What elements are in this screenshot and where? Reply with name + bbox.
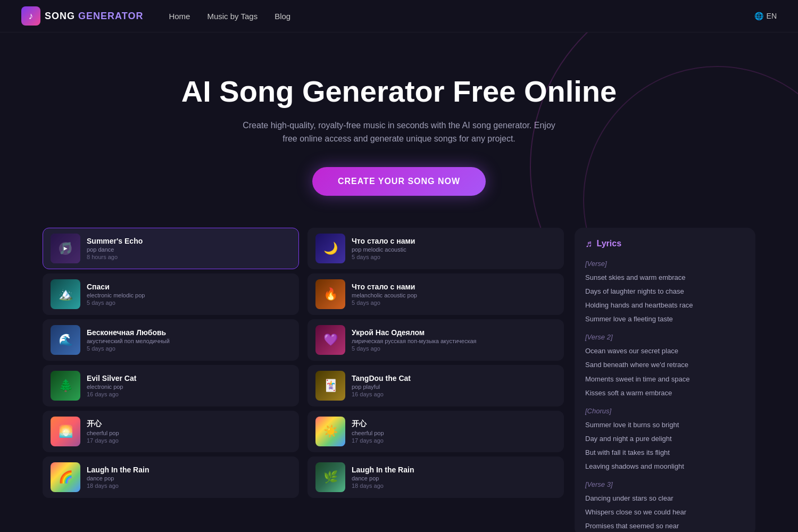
lyrics-line: Kisses soft a warm embrace (585, 387, 745, 399)
navigation: ♪ SONG GENERATOR Home Music by Tags Blog… (0, 0, 798, 32)
song-card[interactable]: 🎵 ▶ Summer's Echo pop dance 8 hours ago (43, 228, 299, 269)
song-tags: electronic pop (87, 384, 291, 390)
song-thumbnail: 🌙 (315, 234, 345, 263)
lyrics-line: Whispers close so we could hear (585, 506, 745, 518)
language-selector[interactable]: 🌐 EN (754, 12, 777, 20)
song-thumbnail: 🃏 (315, 371, 345, 401)
song-info: Что стало с нами melancholic acoustic po… (352, 282, 556, 306)
song-thumbnail: 💜 (315, 325, 345, 355)
song-title: Laugh In the Rain (352, 466, 556, 474)
song-card[interactable]: 🌲 Evil Silver Cat electronic pop 16 days… (43, 365, 299, 406)
song-info: 开心 cheerful pop 17 days ago (352, 419, 556, 444)
main-content: 🎵 ▶ Summer's Echo pop dance 8 hours ago … (21, 228, 777, 532)
song-time: 18 days ago (87, 483, 291, 489)
songs-container: 🎵 ▶ Summer's Echo pop dance 8 hours ago … (43, 228, 564, 532)
song-card[interactable]: 🌈 Laugh In the Rain dance pop 18 days ag… (43, 456, 299, 498)
song-info: Укрой Нас Одеялом лирическая русская поп… (352, 328, 556, 352)
lyrics-line: But with fall it takes its flight (585, 447, 745, 459)
lyrics-line: Holding hands and heartbeats race (585, 300, 745, 311)
song-time: 5 days ago (352, 345, 556, 352)
create-song-button[interactable]: CREATE YOUR SONG NOW (312, 167, 486, 196)
lyrics-header: ♬ Lyrics (585, 238, 745, 250)
song-time: 5 days ago (352, 300, 556, 306)
lyrics-line: Day and night a pure delight (585, 433, 745, 445)
hero-subtitle: Create high-quality, royalty-free music … (239, 119, 559, 146)
song-info: Laugh In the Rain dance pop 18 days ago (352, 466, 556, 489)
song-thumbnail: 🌿 (315, 462, 345, 492)
song-info: Бесконечная Любовь акустический поп мело… (87, 328, 291, 352)
song-card[interactable]: 🌊 Бесконечная Любовь акустический поп ме… (43, 319, 299, 361)
lyrics-line: Dancing under stars so clear (585, 493, 745, 504)
song-time: 5 days ago (87, 345, 291, 352)
lyrics-body: [Verse]Sunset skies and warm embraceDays… (585, 258, 745, 532)
song-thumbnail: 🌅 (51, 417, 80, 446)
logo[interactable]: ♪ SONG GENERATOR (21, 6, 143, 26)
song-title: Что стало с нами (352, 282, 556, 291)
song-title: Laugh In the Rain (87, 466, 291, 474)
nav-blog[interactable]: Blog (275, 12, 290, 21)
song-tags: pop dance (87, 246, 291, 253)
lyrics-line: Days of laughter nights to chase (585, 286, 745, 297)
lyrics-line: Leaving shadows and moonlight (585, 461, 745, 472)
song-title: Summer's Echo (87, 237, 291, 245)
song-title: TangDou the Cat (352, 374, 556, 383)
song-title: Спаси (87, 282, 291, 291)
song-thumbnail: 🌊 (51, 325, 80, 355)
logo-icon: ♪ (21, 6, 40, 26)
song-tags: акустический поп мелодичный (87, 338, 291, 344)
lang-label: EN (767, 12, 777, 20)
nav-home[interactable]: Home (169, 12, 190, 21)
song-tags: dance pop (352, 475, 556, 481)
song-time: 5 days ago (87, 300, 291, 306)
song-info: Спаси electronic melodic pop 5 days ago (87, 282, 291, 306)
lyrics-line: Promises that seemed so near (585, 520, 745, 532)
lyrics-line: Sunset skies and warm embrace (585, 272, 745, 284)
song-card[interactable]: ☀️ 开心 cheerful pop 17 days ago (307, 411, 564, 452)
song-title: 开心 (352, 419, 556, 429)
song-thumbnail: 🏔️ (51, 279, 80, 309)
song-card[interactable]: 🌿 Laugh In the Rain dance pop 18 days ag… (307, 456, 564, 498)
lyrics-line: Sand beneath where we'd retrace (585, 359, 745, 371)
lyrics-panel: ♬ Lyrics [Verse]Sunset skies and warm em… (575, 228, 755, 532)
lyrics-line: Ocean waves our secret place (585, 345, 745, 357)
song-card[interactable]: 🏔️ Спаси electronic melodic pop 5 days a… (43, 273, 299, 315)
song-card[interactable]: 🌅 开心 cheerful pop 17 days ago (43, 411, 299, 452)
lyrics-section-label: [Verse] (585, 258, 745, 270)
song-time: 16 days ago (87, 391, 291, 397)
lyrics-line: Summer love a fleeting taste (585, 313, 745, 325)
lyrics-section-label: [Verse 2] (585, 331, 745, 343)
song-column-left: 🎵 ▶ Summer's Echo pop dance 8 hours ago … (43, 228, 299, 532)
song-title: Что стало с нами (352, 237, 556, 245)
music-note-icon: ♬ (585, 238, 593, 250)
song-time: 8 hours ago (87, 254, 291, 260)
globe-icon: 🌐 (754, 12, 763, 20)
song-info: Summer's Echo pop dance 8 hours ago (87, 237, 291, 260)
song-card[interactable]: 🃏 TangDou the Cat pop playful 16 days ag… (307, 365, 564, 406)
logo-text: SONG GENERATOR (45, 11, 143, 22)
song-tags: electronic melodic pop (87, 292, 291, 298)
song-info: 开心 cheerful pop 17 days ago (87, 419, 291, 444)
song-tags: лирическая русская поп-музыка акустическ… (352, 338, 556, 344)
song-thumbnail: 🎵 ▶ (51, 234, 80, 263)
song-card[interactable]: 💜 Укрой Нас Одеялом лирическая русская п… (307, 319, 564, 361)
lyrics-line: Summer love it burns so bright (585, 419, 745, 431)
lyrics-section-label: [Chorus] (585, 405, 745, 417)
hero-section: AI Song Generator Free Online Create hig… (0, 32, 798, 228)
song-info: Laugh In the Rain dance pop 18 days ago (87, 466, 291, 489)
song-thumbnail: ☀️ (315, 417, 345, 446)
song-time: 17 days ago (87, 437, 291, 444)
song-tags: cheerful pop (352, 430, 556, 436)
song-time: 18 days ago (352, 483, 556, 489)
song-time: 5 days ago (352, 254, 556, 260)
song-thumbnail: 🔥 (315, 279, 345, 309)
song-card[interactable]: 🌙 Что стало с нами pop melodic acoustic … (307, 228, 564, 269)
song-card[interactable]: 🔥 Что стало с нами melancholic acoustic … (307, 273, 564, 315)
nav-music-by-tags[interactable]: Music by Tags (207, 12, 257, 21)
song-thumbnail: 🌲 (51, 371, 80, 401)
song-title: 开心 (87, 419, 291, 429)
lyrics-section-label: [Verse 3] (585, 479, 745, 491)
song-column-right: 🌙 Что стало с нами pop melodic acoustic … (307, 228, 564, 532)
song-tags: cheerful pop (87, 430, 291, 436)
song-time: 17 days ago (352, 437, 556, 444)
song-title: Бесконечная Любовь (87, 328, 291, 337)
